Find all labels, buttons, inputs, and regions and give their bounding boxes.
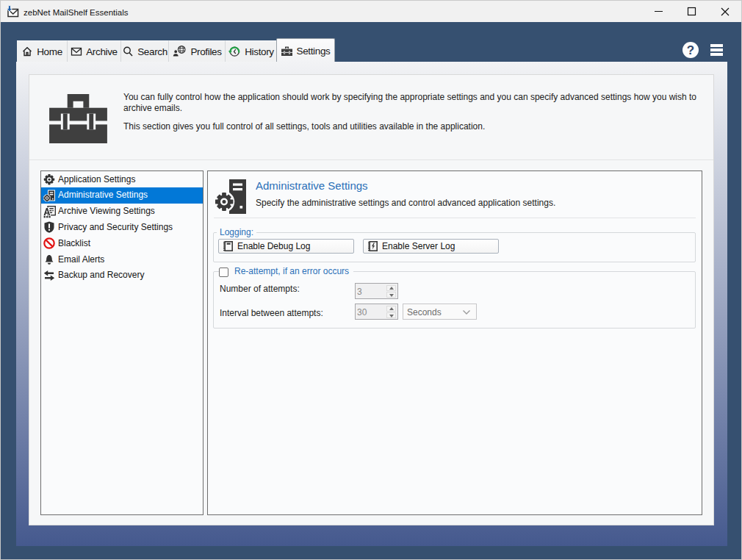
svg-text:?: ? xyxy=(687,43,694,57)
